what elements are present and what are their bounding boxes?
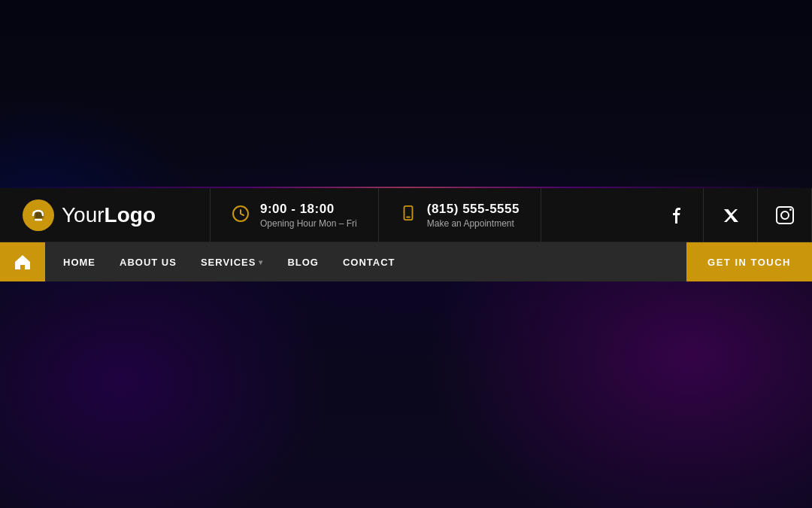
logo-logo: Logo — [105, 203, 156, 227]
instagram-icon — [776, 206, 794, 224]
nav-item-services[interactable]: SERVICES ▾ — [190, 242, 274, 281]
twitter-button[interactable] — [704, 188, 758, 242]
clock-icon — [232, 205, 250, 226]
phone-section: (815) 555-5555 Make an Appointment — [379, 188, 541, 242]
nav-item-contact[interactable]: CONTACT — [332, 242, 406, 281]
phone-number: (815) 555-5555 — [427, 202, 520, 217]
phone-icon — [400, 205, 417, 226]
top-bar: YourLogo 9:00 - 18:00 Opening Hour Mon –… — [0, 188, 812, 242]
hours-time: 9:00 - 18:00 — [260, 202, 357, 217]
phone-subtitle: Make an Appointment — [427, 218, 520, 229]
nav-item-home[interactable]: HOME — [53, 242, 106, 281]
logo-your: Your — [62, 203, 105, 227]
nav-bar: HOME ABOUT US SERVICES ▾ BLOG CONTACT GE… — [0, 242, 812, 281]
house-icon — [14, 254, 31, 269]
logo-svg — [28, 205, 49, 226]
instagram-button[interactable] — [758, 188, 812, 242]
nav-item-about[interactable]: ABOUT US — [109, 242, 187, 281]
home-icon-button[interactable] — [0, 242, 45, 281]
social-section — [650, 188, 812, 242]
logo-text: YourLogo — [62, 203, 156, 227]
ig-dot — [789, 208, 792, 211]
header-wrapper: YourLogo 9:00 - 18:00 Opening Hour Mon –… — [0, 188, 812, 281]
logo-section: YourLogo — [0, 188, 211, 242]
phone-text: (815) 555-5555 Make an Appointment — [427, 202, 520, 229]
facebook-button[interactable] — [650, 188, 704, 242]
services-chevron-icon: ▾ — [259, 258, 263, 266]
hours-subtitle: Opening Hour Mon – Fri — [260, 218, 357, 229]
hours-text: 9:00 - 18:00 Opening Hour Mon – Fri — [260, 202, 357, 229]
nav-items: HOME ABOUT US SERVICES ▾ BLOG CONTACT — [45, 242, 686, 281]
get-in-touch-button[interactable]: GET IN TOUCH — [686, 242, 812, 281]
hours-section: 9:00 - 18:00 Opening Hour Mon – Fri — [211, 188, 379, 242]
nav-item-blog[interactable]: BLOG — [277, 242, 329, 281]
logo-icon — [23, 199, 54, 231]
